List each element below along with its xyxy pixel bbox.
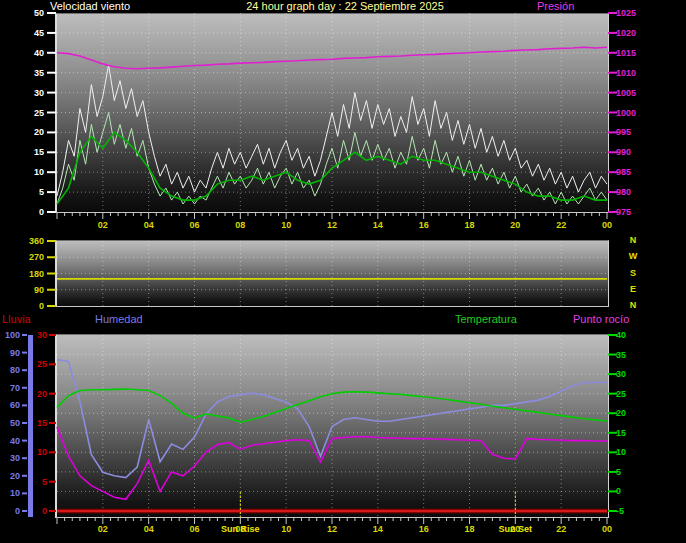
wind-speed-label: Velocidad viento [50, 0, 130, 12]
temp-tick-label: 25 [616, 389, 660, 399]
compass-letter: S [626, 268, 640, 278]
wind-tick-label: 5 [2, 187, 44, 197]
humidity-label: Humedad [95, 313, 143, 325]
hour-label-top: 00 [595, 220, 619, 230]
hour-label-top: 02 [91, 220, 115, 230]
temp-tick-label: 20 [616, 408, 660, 418]
humidity-tick-label: 60 [0, 400, 20, 410]
hour-label-top: 14 [366, 220, 390, 230]
hour-label-bottom: 10 [274, 524, 298, 534]
direction-tick-label: 0 [2, 301, 44, 311]
wind-tick-label: 20 [2, 127, 44, 137]
sun-set-label: Sun Set [490, 524, 540, 534]
direction-tick-label: 360 [2, 236, 44, 246]
direction-tick-label: 90 [2, 285, 44, 295]
temp-tick-label: 10 [616, 447, 660, 457]
humidity-tick-label: 100 [0, 330, 20, 340]
wind-tick-label: 50 [2, 8, 44, 18]
wind-direction-plot [55, 240, 609, 307]
hour-label-bottom: 18 [458, 524, 482, 534]
hour-label-bottom: 16 [412, 524, 436, 534]
weather-24h-graph-page: Velocidad viento 24 hour graph day : 22 … [0, 0, 686, 543]
page-title: 24 hour graph day : 22 Septiembre 2025 [246, 0, 444, 12]
rain-label: Lluvia [2, 313, 31, 325]
direction-tick-label: 180 [2, 269, 44, 279]
rain-tick-label: 20 [26, 389, 47, 399]
rain-tick-label: 15 [26, 418, 47, 428]
hour-label-bottom: 02 [91, 524, 115, 534]
temp-tick-label: 40 [616, 330, 660, 340]
pressure-tick-label: 1025 [616, 8, 660, 18]
hour-label-top: 04 [137, 220, 161, 230]
compass-letter: W [626, 251, 640, 261]
wind-tick-label: 35 [2, 68, 44, 78]
hour-label-top: 10 [274, 220, 298, 230]
rain-tick-label: 25 [26, 359, 47, 369]
hour-label-top: 18 [458, 220, 482, 230]
compass-letter: N [626, 235, 640, 245]
humidity-tick-label: 70 [0, 383, 20, 393]
hour-label-top: 12 [320, 220, 344, 230]
direction-tick-label: 270 [2, 252, 44, 262]
hour-label-top: 16 [412, 220, 436, 230]
hour-label-bottom: 04 [137, 524, 161, 534]
sun-rise-label: Sun Rise [215, 524, 265, 534]
pressure-tick-label: 975 [616, 207, 660, 217]
humidity-tick-label: 10 [0, 488, 20, 498]
wind-tick-label: 40 [2, 48, 44, 58]
hour-label-bottom: 14 [366, 524, 390, 534]
pressure-tick-label: 1010 [616, 68, 660, 78]
wind-tick-label: 15 [2, 147, 44, 157]
pressure-tick-label: 990 [616, 147, 660, 157]
hour-label-top: 06 [183, 220, 207, 230]
rain-tick-label: 10 [26, 447, 47, 457]
wind-pressure-plot [55, 13, 609, 213]
pressure-label: Presión [537, 0, 574, 12]
pressure-tick-label: 1020 [616, 28, 660, 38]
humidity-tick-label: 0 [0, 506, 20, 516]
pressure-tick-label: 1015 [616, 48, 660, 58]
hour-label-top: 20 [503, 220, 527, 230]
pressure-tick-label: 1000 [616, 108, 660, 118]
compass-letter: N [626, 300, 640, 310]
hour-label-top: 08 [228, 220, 252, 230]
pressure-tick-label: 980 [616, 187, 660, 197]
temp-tick-label: 35 [616, 350, 660, 360]
humidity-tick-label: 90 [0, 348, 20, 358]
wind-tick-label: 45 [2, 28, 44, 38]
wind-tick-label: 25 [2, 108, 44, 118]
wind-tick-label: 30 [2, 88, 44, 98]
temp-tick-label: 0 [616, 486, 660, 496]
rain-tick-label: 0 [26, 506, 47, 516]
temp-tick-label: -5 [616, 506, 660, 516]
rain-tick-label: 30 [26, 330, 47, 340]
humidity-temperature-plot [55, 334, 609, 518]
temperature-label: Temperatura [455, 313, 517, 325]
hour-label-bottom: 22 [549, 524, 573, 534]
rain-tick-label: 5 [26, 477, 47, 487]
wind-tick-label: 0 [2, 207, 44, 217]
pressure-tick-label: 985 [616, 167, 660, 177]
compass-letter: E [626, 284, 640, 294]
pressure-tick-label: 1005 [616, 88, 660, 98]
dew-point-label: Punto rocío [573, 313, 629, 325]
wind-tick-label: 10 [2, 167, 44, 177]
temp-tick-label: 30 [616, 369, 660, 379]
hour-label-bottom: 12 [320, 524, 344, 534]
humidity-tick-label: 30 [0, 453, 20, 463]
humidity-tick-label: 40 [0, 436, 20, 446]
humidity-tick-label: 20 [0, 471, 20, 481]
temp-tick-label: 15 [616, 428, 660, 438]
temp-tick-label: 5 [616, 467, 660, 477]
hour-label-bottom: 06 [183, 524, 207, 534]
humidity-tick-label: 50 [0, 418, 20, 428]
pressure-tick-label: 995 [616, 127, 660, 137]
humidity-tick-label: 80 [0, 365, 20, 375]
hour-label-top: 22 [549, 220, 573, 230]
hour-label-bottom: 00 [595, 524, 619, 534]
